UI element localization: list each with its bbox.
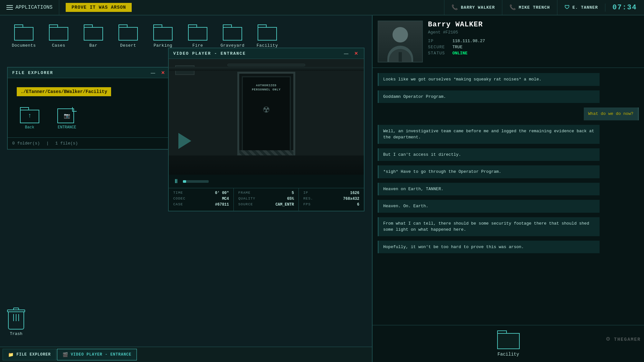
facility-shortcut: Facility — [373, 325, 644, 362]
file-explorer-window: FILE EXPLORER — ✕ ./ETanner/Cases/BWalke… — [7, 67, 171, 150]
vp-titlebar: VIDEO PLAYER - ENTRANCE — ✕ — [169, 48, 364, 59]
contact-mike-trench[interactable]: 📞 MIKE TRENCH — [502, 0, 557, 15]
chat-msg-7: Heaven on Earth, TANNER. — [378, 183, 600, 196]
meta-ip-row: IP 1626 — [303, 191, 359, 195]
mission-tab: PROVE IT WAS ARSON — [66, 3, 132, 12]
profile-name: Barry WALKER — [428, 21, 634, 29]
trash-lines — [9, 314, 24, 321]
chat-msg-8: Heaven. On. Earth. — [378, 200, 600, 213]
folder-icon-desert — [118, 24, 138, 41]
profile-ip-val: 118.111.98.27 — [452, 39, 485, 43]
folder-bar[interactable]: Bar — [76, 21, 111, 51]
contact-barry-walker[interactable]: 📞 BARRY WALKER — [444, 0, 502, 15]
meta-quality-val: 65% — [287, 197, 294, 201]
profile-status-key: STATUS — [428, 51, 447, 56]
avatar-head — [393, 27, 408, 42]
contact-e-tanner[interactable]: 🛡 E. TANNER — [557, 0, 605, 15]
meta-fps-val: 6 — [357, 202, 359, 207]
facility-folder-icon[interactable] — [497, 330, 520, 349]
thegamer-logo: ⚙ THEGAMER — [606, 335, 641, 343]
clock: 07:34 — [605, 4, 644, 12]
vp-close-btn[interactable]: ✕ — [353, 51, 359, 56]
folder-icon-parking — [153, 24, 173, 41]
folder-fire[interactable]: Fire — [180, 21, 215, 51]
meta-group-left: TIME 0' 00" CODEC MC4 CASE #67811 — [169, 188, 234, 211]
profile-agent: Agent #F2105 — [428, 30, 634, 35]
profile-status-field: STATUS ONLINE — [428, 51, 634, 56]
meta-ip-val: 1626 — [350, 191, 359, 195]
facility-folder-body — [497, 333, 520, 349]
topbar: APPLICATIONS PROVE IT WAS ARSON 📞 BARRY … — [0, 0, 644, 15]
meta-res-row: RES. 768x432 — [303, 197, 359, 201]
vp-title: VIDEO PLAYER - ENTRANCE — [173, 51, 246, 56]
chat-msg-9: From what I can tell, there should be so… — [378, 217, 600, 236]
vp-minimize-btn[interactable]: — — [343, 51, 350, 56]
folder-graveyard[interactable]: Graveyard — [215, 21, 250, 51]
trash-body — [8, 312, 24, 330]
chat-msg-10: Hopefully, it won't be too hard to prove… — [378, 241, 600, 254]
folder-label-documents: Documents — [12, 43, 36, 48]
chat-msg-3: What do we do now? — [584, 107, 639, 120]
folder-parking[interactable]: Parking — [146, 21, 180, 51]
folder-icon-fire — [188, 24, 207, 41]
progress-fill — [183, 180, 186, 183]
fe-titlebar: FILE EXPLORER — ✕ — [8, 68, 171, 78]
folder-desert[interactable]: Desert — [111, 21, 146, 51]
video-progress-arrow — [178, 133, 191, 149]
applications-menu[interactable]: APPLICATIONS — [0, 0, 59, 15]
trash-label: Trash — [10, 331, 22, 336]
pause-button[interactable]: ⏸ — [173, 178, 179, 185]
gear-icon: ⚙ — [606, 335, 611, 343]
fe-item-entrance[interactable]: 📷 ENTRANCE — [55, 105, 79, 132]
fe-footer: 0 folder(s) | 1 file(s) — [8, 137, 171, 149]
camera-icon: 📷 — [64, 113, 70, 119]
folder-documents[interactable]: Documents — [6, 21, 41, 51]
taskbar: 📁 FILE EXPLORER 🎬 VIDEO PLAYER - ENTRANC… — [0, 347, 372, 362]
fe-file-count: 1 file(s) — [55, 141, 78, 146]
fe-content: ↑ Back 📷 ENTRANCE — [8, 99, 171, 137]
shield-icon-tanner: 🛡 — [564, 5, 570, 11]
folder-label-desert: Desert — [120, 43, 136, 48]
chat-area: Looks like we got ourselves *making sque… — [373, 68, 644, 325]
taskbar-fe-label: FILE EXPLORER — [16, 352, 51, 357]
video-player-window: VIDEO PLAYER - ENTRANCE — ✕ A — [168, 48, 365, 211]
profile-ip-field: IP 118.111.98.27 — [428, 39, 634, 43]
facility-label: Facility — [497, 352, 519, 357]
hamburger-icon — [6, 5, 13, 10]
mike-trench-label: MIKE TRENCH — [519, 5, 550, 10]
meta-ip-key: IP — [303, 191, 308, 195]
progress-bar[interactable] — [183, 180, 209, 183]
fe-item-back[interactable]: ↑ Back — [17, 105, 42, 132]
fe-separator: | — [46, 141, 49, 146]
fe-folder-count: 0 folder(s) — [12, 141, 40, 146]
meta-source-key: SOURCE — [238, 202, 253, 207]
profile-secure-val: TRUE — [452, 45, 462, 50]
meta-quality-key: QUALITY — [238, 197, 255, 201]
profile-ip-key: IP — [428, 39, 447, 43]
folder-label-cases: Cases — [52, 43, 65, 48]
door-sign: AUTHORIZEDPERSONNEL ONLY — [249, 84, 284, 92]
fe-close-btn[interactable]: ✕ — [160, 70, 166, 75]
folder-cases[interactable]: Cases — [41, 21, 76, 51]
meta-case-row: CASE #67811 — [173, 202, 229, 207]
folder-icon-facility — [258, 24, 277, 41]
taskbar-video-icon: 🎬 — [62, 352, 68, 357]
meta-fps-row: FPS 6 — [303, 202, 359, 207]
vp-meta-grid: TIME 0' 00" CODEC MC4 CASE #67811 FRAME … — [169, 188, 364, 211]
topbar-right: 📞 BARRY WALKER 📞 MIKE TRENCH 🛡 E. TANNER… — [444, 0, 644, 15]
fe-item-entrance-label: ENTRANCE — [58, 125, 76, 130]
trash-icon[interactable]: Trash — [7, 308, 25, 336]
meta-time-val: 0' 00" — [215, 191, 229, 195]
taskbar-file-explorer[interactable]: 📁 FILE EXPLORER — [3, 349, 56, 360]
taskbar-video-player[interactable]: 🎬 VIDEO PLAYER - ENTRANCE — [57, 349, 137, 360]
meta-res-key: RES. — [303, 197, 313, 201]
barry-walker-label: BARRY WALKER — [461, 5, 495, 10]
folder-icon-bar — [84, 24, 103, 41]
fe-minimize-btn[interactable]: — — [149, 70, 156, 75]
avatar — [378, 21, 423, 62]
folder-icon-graveyard — [223, 24, 242, 41]
meta-codec-key: CODEC — [173, 197, 185, 201]
folder-facility[interactable]: Facility — [250, 21, 285, 51]
folder-label-facility: Facility — [257, 43, 278, 48]
taskbar-folder-icon: 📁 — [8, 352, 14, 357]
